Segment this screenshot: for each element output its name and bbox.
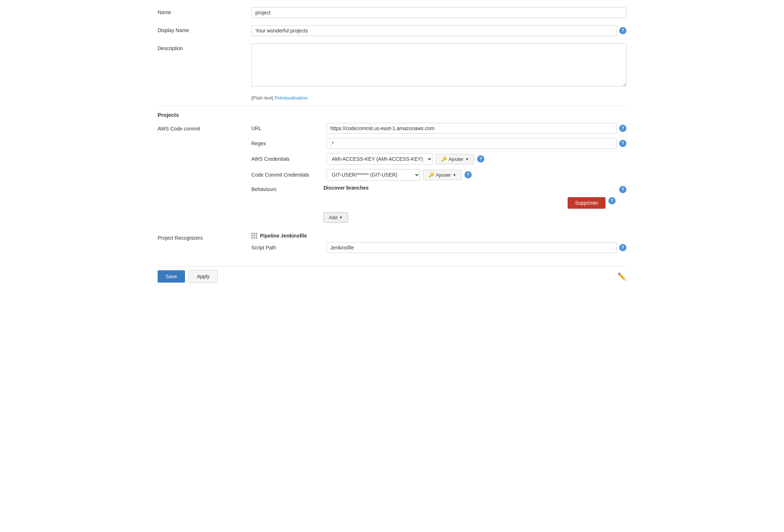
url-label: URL xyxy=(251,125,323,131)
aws-code-commit-label: AWS Code commit xyxy=(158,123,251,132)
section-divider-1 xyxy=(158,106,626,106)
code-commit-credentials-select[interactable]: GIT-USER/****** (GIT-USER) None xyxy=(326,169,420,181)
form-section: Name Display Name ? Description [Plain t… xyxy=(158,7,626,283)
description-textarea[interactable] xyxy=(251,43,626,87)
ajouter-chevron-1: ▼ xyxy=(465,157,469,161)
project-recognizers-label: Project Recognizers xyxy=(158,233,251,241)
supprimer-button[interactable]: Supprimer xyxy=(568,197,605,209)
script-path-help-icon[interactable]: ? xyxy=(619,244,626,251)
display-name-input[interactable] xyxy=(251,25,617,36)
url-control: ? xyxy=(326,123,626,134)
display-name-label: Display Name xyxy=(158,25,251,33)
add-label: Add xyxy=(329,215,337,220)
pipeline-jenkinsfile-label: Pipeline Jenkinsfile xyxy=(260,233,307,239)
ajouter-label-1: Ajouter xyxy=(449,156,463,162)
description-control xyxy=(251,43,626,87)
supprimer-help-icon[interactable]: ? xyxy=(608,197,616,204)
display-name-control: ? xyxy=(251,25,626,36)
grid-icon xyxy=(251,233,257,239)
aws-credentials-row: AWS Credentials AMI-ACCESS-KEY (AMI-ACCE… xyxy=(251,153,626,165)
pipeline-jenkinsfile-header: Pipeline Jenkinsfile xyxy=(251,233,626,239)
add-chevron: ▼ xyxy=(339,216,343,220)
behaviours-help-icon[interactable]: ? xyxy=(619,186,626,193)
key-icon-1: 🔑 xyxy=(441,156,447,162)
code-commit-credentials-label: Code Commit Credentials xyxy=(251,172,323,178)
aws-credentials-ajouter-button[interactable]: 🔑 Ajouter ▼ xyxy=(436,154,474,164)
behaviours-row: Behaviours Discover branches ? Supprimer… xyxy=(251,185,626,223)
behaviours-label: Behaviours xyxy=(251,185,323,192)
name-label: Name xyxy=(158,7,251,15)
supprimer-row: Supprimer ? xyxy=(323,197,626,209)
display-name-row: Display Name ? xyxy=(158,25,626,37)
regex-control: ? xyxy=(326,138,626,149)
project-recognizers-content: Pipeline Jenkinsfile Script Path ? xyxy=(251,233,626,257)
behaviours-content: Discover branches ? Supprimer ? Add ▼ xyxy=(323,185,626,223)
discover-branches-label: Discover branches xyxy=(323,185,369,191)
description-label: Description xyxy=(158,43,251,51)
save-button[interactable]: Save xyxy=(158,270,185,283)
edit-icon[interactable]: ✏️ xyxy=(617,272,626,281)
description-row: Description xyxy=(158,43,626,88)
name-control xyxy=(251,7,626,18)
regex-input[interactable] xyxy=(326,138,617,149)
aws-code-commit-content: URL ? Regex ? xyxy=(251,123,626,226)
projects-section-heading: Projects xyxy=(158,112,626,118)
aws-credentials-select[interactable]: AMI-ACCESS-KEY (AMI-ACCESS-KEY) None xyxy=(326,153,433,165)
regex-label: Regex xyxy=(251,141,323,146)
bottom-actions: Save Apply ✏️ xyxy=(158,266,626,283)
code-commit-credentials-help-icon[interactable]: ? xyxy=(464,171,472,178)
description-hint: [Plain text] Prévisualisation xyxy=(251,95,307,101)
url-help-icon[interactable]: ? xyxy=(619,125,626,132)
aws-credentials-control: AMI-ACCESS-KEY (AMI-ACCESS-KEY) None 🔑 A… xyxy=(326,153,626,165)
key-icon-2: 🔑 xyxy=(428,172,434,178)
code-commit-credentials-row: Code Commit Credentials GIT-USER/****** … xyxy=(251,169,626,181)
url-row: URL ? xyxy=(251,123,626,134)
url-input[interactable] xyxy=(326,123,617,134)
aws-credentials-label: AWS Credentials xyxy=(251,156,323,162)
name-row: Name xyxy=(158,7,626,19)
script-path-label: Script Path xyxy=(251,245,323,251)
description-hint-row: [Plain text] Prévisualisation xyxy=(158,94,626,102)
apply-button[interactable]: Apply xyxy=(189,270,218,283)
regex-help-icon[interactable]: ? xyxy=(619,140,626,147)
script-path-row: Script Path ? xyxy=(251,242,626,253)
regex-row: Regex ? xyxy=(251,138,626,149)
aws-credentials-help-icon[interactable]: ? xyxy=(477,155,484,163)
aws-code-commit-row: AWS Code commit URL ? Regex ? xyxy=(158,123,626,227)
script-path-input[interactable] xyxy=(326,242,617,253)
description-preview-link[interactable]: Prévisualisation xyxy=(274,95,307,101)
project-recognizers-row: Project Recognizers Pipeline Jenkinsfile… xyxy=(158,233,626,259)
script-path-control: ? xyxy=(326,242,626,253)
code-commit-credentials-control: GIT-USER/****** (GIT-USER) None 🔑 Ajoute… xyxy=(326,169,626,181)
display-name-help-icon[interactable]: ? xyxy=(619,27,626,34)
add-row: Add ▼ xyxy=(323,212,626,223)
ajouter-chevron-2: ▼ xyxy=(453,173,456,177)
add-button[interactable]: Add ▼ xyxy=(323,212,348,223)
code-commit-ajouter-button[interactable]: 🔑 Ajouter ▼ xyxy=(423,170,462,180)
description-plain-text-label: [Plain text] xyxy=(251,95,273,101)
name-input[interactable] xyxy=(251,7,626,18)
ajouter-label-2: Ajouter xyxy=(436,172,451,178)
